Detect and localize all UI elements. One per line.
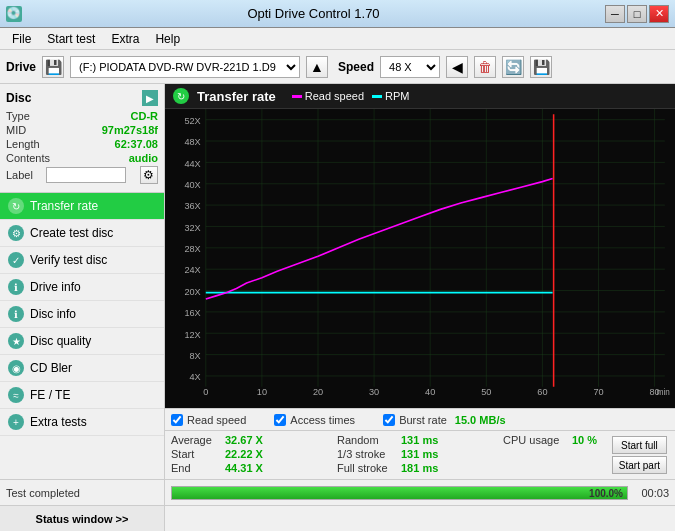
disc-label-settings-button[interactable]: ⚙ [140,166,158,184]
nav-item-verify-test-disc[interactable]: ✓ Verify test disc [0,247,164,274]
disc-contents-label: Contents [6,152,50,164]
svg-text:12X: 12X [184,328,201,339]
stat-average-value: 32.67 X [225,434,263,446]
maximize-button[interactable]: □ [627,5,647,23]
status-window-button[interactable]: Status window >> [0,506,165,532]
drive-select[interactable]: (F:) PIODATA DVD-RW DVR-221D 1.D9 [70,56,300,78]
nav-label-transfer-rate: Transfer rate [30,199,98,213]
stats-bar: Read speed Access times Burst rate 15.0 … [165,408,675,430]
erase-button[interactable]: 🗑 [474,56,496,78]
access-times-stat-label: Access times [290,414,355,426]
access-times-checkbox[interactable] [274,414,286,426]
close-button[interactable]: ✕ [649,5,669,23]
stat-cpu-value: 10 % [572,434,597,446]
nav-label-extra-tests: Extra tests [30,415,87,429]
verify-test-disc-icon: ✓ [8,252,24,268]
window-controls: ─ □ ✕ [605,5,669,23]
start-part-button[interactable]: Start part [612,456,667,474]
legend-dot-read-speed [292,95,302,98]
menu-extra[interactable]: Extra [103,30,147,48]
drive-eject-button[interactable]: ▲ [306,56,328,78]
disc-quality-icon: ★ [8,333,24,349]
svg-text:40X: 40X [184,179,201,190]
disc-title: Disc [6,91,31,105]
transfer-rate-icon: ↻ [8,198,24,214]
svg-text:10: 10 [257,386,267,397]
svg-text:32X: 32X [184,222,201,233]
stat-row-random: Random 131 ms [337,434,503,446]
svg-text:16X: 16X [184,307,201,318]
svg-text:48X: 48X [184,136,201,147]
speed-label: Speed [338,60,374,74]
stat-1-3-stroke-value: 131 ms [401,448,438,460]
svg-text:52X: 52X [184,115,201,126]
fe-te-icon: ≈ [8,387,24,403]
bottom-bar: Status window >> [0,505,675,531]
elapsed-time: 00:03 [634,487,669,499]
menu-file[interactable]: File [4,30,39,48]
app-title: Opti Drive Control 1.70 [22,6,605,21]
speed-select[interactable]: 48 X [380,56,440,78]
nav-label-verify-test-disc: Verify test disc [30,253,107,267]
legend-dot-rpm [372,95,382,98]
legend-label-rpm: RPM [385,90,409,102]
burst-rate-checkbox[interactable] [383,414,395,426]
app-icon: 💿 [6,6,22,22]
legend-read-speed: Read speed [292,90,364,102]
stat-full-stroke-value: 181 ms [401,462,438,474]
disc-header: Disc ▶ [6,90,158,106]
disc-arrow-button[interactable]: ▶ [142,90,158,106]
nav-label-create-test-disc: Create test disc [30,226,113,240]
svg-text:60: 60 [537,386,547,397]
disc-length-label: Length [6,138,40,150]
disc-mid-label: MID [6,124,26,136]
read-speed-stat-label: Read speed [187,414,246,426]
svg-text:40: 40 [425,386,435,397]
minimize-button[interactable]: ─ [605,5,625,23]
sidebar: Disc ▶ Type CD-R MID 97m27s18f Length 62… [0,84,165,479]
menu-help[interactable]: Help [147,30,188,48]
stat-end-value: 44.31 X [225,462,263,474]
stats-col3-and-buttons: CPU usage 10 % Start full Start part [503,434,669,476]
progress-percentage: 100.0% [589,487,623,498]
disc-mid-value: 97m27s18f [102,124,158,136]
read-speed-checkbox[interactable] [171,414,183,426]
status-right: 100.0% 00:03 [165,480,675,505]
stats-col3: CPU usage 10 % [503,434,604,476]
start-full-button[interactable]: Start full [612,436,667,454]
stat-1-3-stroke-label: 1/3 stroke [337,448,397,460]
disc-length-row: Length 62:37.08 [6,138,158,150]
nav-item-disc-info[interactable]: ℹ Disc info [0,301,164,328]
stats-detail: Average 32.67 X Start 22.22 X End 44.31 … [165,430,675,479]
stat-row-1-3-stroke: 1/3 stroke 131 ms [337,448,503,460]
start-buttons: Start full Start part [610,434,669,476]
speed-arrow-button[interactable]: ◀ [446,56,468,78]
nav-label-cd-bler: CD Bler [30,361,72,375]
drive-info-icon: ℹ [8,279,24,295]
nav-item-cd-bler[interactable]: ◉ CD Bler [0,355,164,382]
drive-bar: Drive 💾 (F:) PIODATA DVD-RW DVR-221D 1.D… [0,50,675,84]
menu-start-test[interactable]: Start test [39,30,103,48]
disc-label-input[interactable] [46,167,126,183]
nav-item-extra-tests[interactable]: + Extra tests [0,409,164,436]
nav-item-fe-te[interactable]: ≈ FE / TE [0,382,164,409]
stat-row-average: Average 32.67 X [171,434,337,446]
disc-type-label: Type [6,110,30,122]
nav-item-transfer-rate[interactable]: ↻ Transfer rate [0,193,164,220]
svg-text:30: 30 [369,386,379,397]
svg-text:70: 70 [593,386,603,397]
main-content: Disc ▶ Type CD-R MID 97m27s18f Length 62… [0,84,675,479]
nav-item-drive-info[interactable]: ℹ Drive info [0,274,164,301]
disc-label-row: Label ⚙ [6,166,158,184]
refresh-button[interactable]: 🔄 [502,56,524,78]
stat-random-value: 131 ms [401,434,438,446]
svg-text:44X: 44X [184,157,201,168]
progress-bar-fill [172,487,627,499]
nav-item-create-test-disc[interactable]: ⚙ Create test disc [0,220,164,247]
nav-item-disc-quality[interactable]: ★ Disc quality [0,328,164,355]
disc-type-value: CD-R [131,110,159,122]
save-button[interactable]: 💾 [530,56,552,78]
disc-label-label: Label [6,169,33,181]
create-test-disc-icon: ⚙ [8,225,24,241]
nav-label-fe-te: FE / TE [30,388,70,402]
